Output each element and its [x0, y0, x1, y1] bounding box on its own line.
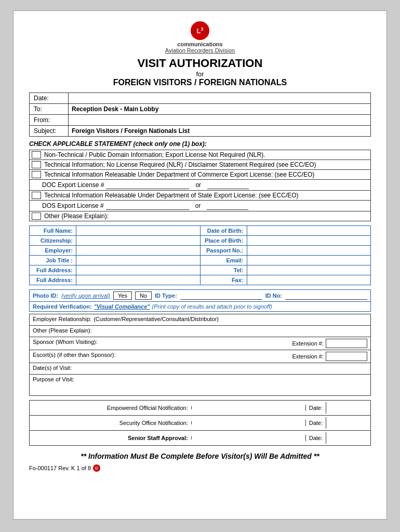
senior-value[interactable] — [191, 436, 305, 440]
page: L3 communications Aviation Recorders Div… — [13, 10, 387, 520]
passport-value[interactable] — [247, 246, 371, 255]
dob-label: Date of Birth: — [201, 226, 247, 235]
tel-label: Tel: — [201, 265, 247, 275]
check-title: CHECK APPLICABLE STATEMENT (check only o… — [29, 140, 371, 148]
check-row-4: Technical Information Releasable Under D… — [30, 191, 370, 201]
tel-value[interactable] — [247, 265, 371, 275]
senior-date-label: Date: — [305, 435, 326, 441]
no-button[interactable]: No — [135, 291, 152, 300]
from-label: From: — [30, 115, 69, 125]
security-date-label: Date: — [305, 420, 326, 426]
id-no-value[interactable] — [285, 291, 367, 300]
vg-cell-passport: Passport No.: — [201, 246, 371, 255]
stop-icon: ⊖ — [93, 464, 100, 472]
photo-id-label: Photo ID: — [33, 292, 58, 299]
to-label: To: — [30, 104, 69, 114]
sponsor-label: Sponsor (Whom Visiting): — [33, 339, 98, 345]
empowered-date-value[interactable] — [326, 402, 367, 414]
vg-row-5: Full Address: Tel: — [30, 265, 370, 275]
fax-label: Fax: — [201, 275, 247, 285]
escort-label: Escort(s) (if other than Sponsor): — [33, 352, 116, 358]
dos-input[interactable] — [106, 202, 189, 210]
pob-value[interactable] — [247, 236, 371, 245]
full-name-value[interactable] — [76, 226, 200, 235]
empowered-label: Empowered Official Notification: — [33, 405, 191, 411]
address1-value[interactable] — [76, 265, 200, 275]
footer-note: ** Information Must Be Complete Before V… — [29, 452, 371, 460]
address2-value[interactable] — [76, 275, 200, 285]
from-input[interactable] — [69, 118, 370, 122]
employer-value[interactable] — [76, 246, 200, 255]
checkbox-3[interactable] — [32, 171, 41, 178]
doc-input[interactable] — [106, 181, 189, 189]
emp-sponsor-row: Sponsor (Whom Visiting): Extension #: — [30, 337, 370, 350]
doc-or-input[interactable] — [207, 181, 249, 189]
vg-cell-dob: Date of Birth: — [201, 226, 371, 235]
security-value[interactable] — [191, 421, 305, 424]
vg-row-2: Citizenship: Place of Birth: — [30, 236, 370, 246]
escort-ext-value[interactable] — [326, 352, 367, 361]
email-value[interactable] — [247, 256, 371, 265]
dos-label: DOS Export License # — [42, 202, 104, 209]
print-note: (Print copy of results and attach prior … — [152, 303, 272, 310]
citizenship-value[interactable] — [76, 236, 200, 245]
vg-cell-fullname: Full Name: — [30, 226, 201, 235]
date-input[interactable] — [69, 97, 370, 100]
photo-id-section: Photo ID: (verify upon arrival) Yes No I… — [29, 289, 371, 312]
fax-value[interactable] — [247, 275, 371, 285]
vg-row-4: Job Title : Email: — [30, 256, 370, 265]
checkbox-1[interactable] — [32, 151, 41, 158]
emp-purpose-row: Purpose of Visit: — [30, 375, 370, 395]
yes-button[interactable]: Yes — [113, 291, 132, 300]
checkbox-4[interactable] — [32, 192, 41, 199]
escort-ext-label: Extension #: — [292, 353, 324, 360]
email-label: Email: — [201, 256, 247, 265]
relationship-label: Employer Relationship: — [33, 316, 91, 322]
emp-escort-row: Escort(s) (if other than Sponsor): Exten… — [30, 350, 370, 363]
security-date-value[interactable] — [326, 417, 367, 429]
vg-row-6: Full Address: Fax: — [30, 275, 370, 285]
check-item-1: Non-Technical / Public Domain Informatio… — [44, 151, 265, 158]
title-sub: FOREIGN VISITORS / FOREIGN NATIONALS — [29, 78, 371, 87]
vg-row-3: Employer: Passport No.: — [30, 246, 370, 256]
req-verif-label: Required Verification: — [33, 303, 92, 310]
checkbox-5[interactable] — [32, 212, 41, 220]
employer-section: Employer Relationship: (Customer/Represe… — [29, 314, 371, 396]
vg-cell-fax: Fax: — [201, 275, 371, 285]
form-number: Fo-000117 Rev. K 1 of 8 — [29, 465, 91, 471]
notif-empowered-row: Empowered Official Notification: Date: — [30, 401, 370, 416]
header: L3 communications Aviation Recorders Div… — [29, 21, 371, 87]
doc-row: DOC Export License # or — [30, 180, 370, 191]
job-title-value[interactable] — [76, 256, 200, 265]
dos-or-input[interactable] — [207, 202, 248, 210]
id-type-label: ID Type: — [155, 292, 177, 299]
check-table: Non-Technical / Public Domain Informatio… — [29, 150, 371, 221]
empowered-date-label: Date: — [305, 405, 326, 411]
purpose-label: Purpose of Visit: — [33, 376, 74, 382]
check-row-3: Technical Information Releasable Under D… — [30, 170, 370, 180]
photo-id-row: Photo ID: (verify upon arrival) Yes No I… — [30, 290, 370, 302]
date-row: Date: — [29, 92, 371, 104]
check-item-2: Technical Information; No License Requir… — [44, 161, 316, 168]
req-verif-row: Required Verification: "Visual Complianc… — [30, 302, 370, 311]
empowered-value[interactable] — [191, 406, 305, 409]
emp-dates-row: Date(s) of Visit: — [30, 363, 370, 375]
from-row: From: — [29, 114, 371, 126]
sponsor-ext-value[interactable] — [326, 339, 367, 348]
vg-cell-tel: Tel: — [201, 265, 371, 275]
dob-value[interactable] — [247, 226, 371, 235]
checkbox-2[interactable] — [32, 161, 41, 168]
job-title-label: Job Title : — [30, 256, 76, 265]
citizenship-label: Citizenship: — [30, 236, 76, 245]
check-item-5: Other (Please Explain): — [44, 212, 109, 220]
or-text-2: or — [195, 202, 201, 209]
footer-bottom: Fo-000117 Rev. K 1 of 8 ⊖ — [29, 464, 371, 472]
title-for: for — [29, 70, 371, 78]
id-no-label: ID No: — [265, 292, 282, 299]
senior-date-value[interactable] — [326, 432, 367, 444]
senior-label: Senior Staff Approval: — [33, 435, 191, 441]
notif-security-row: Security Office Notification: Date: — [30, 416, 370, 431]
check-row-5: Other (Please Explain): — [30, 211, 370, 221]
id-type-value[interactable] — [180, 291, 262, 300]
vg-cell-jobtitle: Job Title : — [30, 256, 201, 265]
